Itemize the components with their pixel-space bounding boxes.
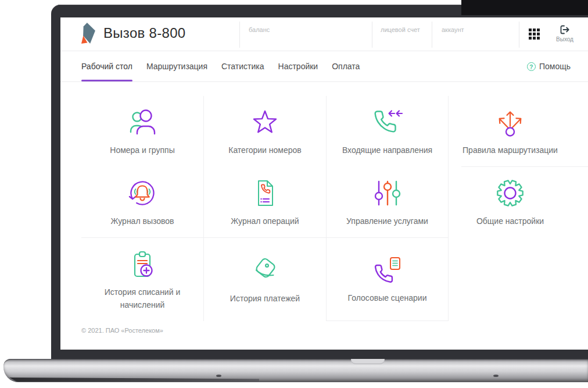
tile-label: Голосовые сценарии [348,292,427,305]
account-field-label: аккаунт [442,26,464,33]
sliders-icon [371,177,404,209]
tab-desktop[interactable]: Рабочий стол [81,52,132,81]
tile-voice-scenarios[interactable]: Голосовые сценарии [327,238,449,321]
tile-label: История платежей [230,293,300,305]
tab-statistics[interactable]: Статистика [221,52,264,81]
tile-general-settings[interactable]: Общие настройки [449,167,588,238]
routing-icon [494,106,526,138]
laptop-foot [216,375,221,377]
incoming-call-icon [371,106,404,138]
help-link[interactable]: ? Помощь [527,51,571,81]
tile-label: Категории номеров [228,144,302,157]
tile-label: Журнал вызовов [110,215,174,228]
tab-payment[interactable]: Оплата [332,52,360,81]
tile-label: Управление услугами [346,215,428,228]
tile-numbers-groups[interactable]: Номера и группы [81,96,204,167]
tile-number-categories[interactable]: Категории номеров [204,96,327,167]
header-divider [372,22,372,48]
tile-label: Журнал операций [231,215,299,228]
logout-button[interactable]: Выход [551,24,579,42]
users-icon [126,106,159,138]
empty-grid-cell [449,238,588,321]
clipboard-plus-icon [126,248,159,280]
tile-label: История списаний и начислений [93,286,192,311]
gear-icon [494,177,526,209]
tile-charges-history[interactable]: История списаний и начислений [81,238,204,321]
tile-incoming-directions[interactable]: Входящие направления [327,96,449,167]
copyright: © 2021. ПАО «Ростелеком» [81,327,588,334]
dashboard-grid: Номера и группы Категории номеров [81,96,588,321]
tab-routing[interactable]: Маршрутизация [146,52,207,81]
laptop-mockup: Вызов 8-800 баланс лицевой счет аккаунт [0,0,588,388]
app-screen: Вызов 8-800 баланс лицевой счет аккаунт [60,17,588,350]
tile-service-management[interactable]: Управление услугами [327,167,449,238]
app-header: Вызов 8-800 баланс лицевой счет аккаунт [60,17,588,51]
header-divider [519,22,519,48]
main-navigation: Рабочий стол Маршрутизация Статистика На… [60,51,588,82]
laptop-base [3,359,588,382]
logout-label: Выход [551,36,579,42]
voice-script-icon [371,254,404,286]
tile-label: Общие настройки [476,215,544,228]
wallet-icon [249,254,281,287]
call-log-icon [126,177,159,209]
logout-icon [559,24,571,35]
account-number-field-label: лицевой счет [381,26,420,33]
tile-call-log[interactable]: Журнал вызовов [81,167,204,238]
help-label: Помощь [539,62,571,71]
laptop-base-underside [9,378,259,382]
operations-log-icon [249,177,281,209]
tile-operations-log[interactable]: Журнал операций [204,167,327,238]
tile-label: Номера и группы [110,144,174,157]
question-icon: ? [527,62,536,71]
apps-grid-icon[interactable] [529,29,540,40]
header-divider [432,22,432,48]
tile-routing-rules[interactable]: Правила маршрутизации [449,96,588,167]
star-icon [249,106,281,138]
app-title: Вызов 8-800 [103,25,185,41]
brand[interactable]: Вызов 8-800 [81,23,185,44]
tab-settings[interactable]: Настройки [278,52,318,81]
rostelecom-logo-icon [81,23,96,44]
laptop-lid-notch [351,359,385,364]
laptop-foot [493,375,499,377]
tile-payments-history[interactable]: История платежей [204,238,327,321]
laptop-lid-back [461,0,588,15]
tile-label: Правила маршрутизации [462,144,558,157]
header-divider [239,22,240,48]
balance-field-label: баланс [249,26,270,33]
tile-label: Входящие направления [342,144,432,157]
